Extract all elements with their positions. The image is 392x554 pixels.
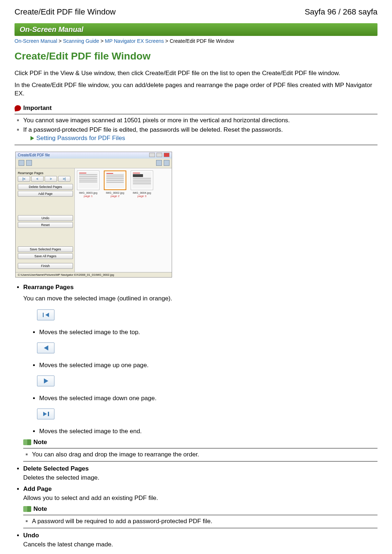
note-label: Note <box>33 505 47 513</box>
note-password: A password will be required to add a pas… <box>32 517 377 526</box>
note-heading: Note <box>23 439 377 446</box>
thumbnail-3[interactable]: IMG_0004.jpg page 3 <box>131 171 153 198</box>
add-desc: Allows you to select and add an existing… <box>23 494 377 502</box>
window-title: Create/Edit PDF file <box>18 153 50 157</box>
add-title: Add Page <box>23 485 52 492</box>
undo-desc: Cancels the latest change made. <box>23 541 377 549</box>
page-header: Create/Edit PDF file Window Sayfa 96 / 2… <box>15 7 377 17</box>
header-right: Sayfa 96 / 268 sayfa <box>305 7 377 17</box>
breadcrumb: On-Screen Manual > Scanning Guide > MP N… <box>15 38 377 44</box>
window-buttons <box>149 153 170 158</box>
important-item-1: You cannot save images scanned at 10501 … <box>23 116 377 125</box>
nav-next-button[interactable]: > <box>45 176 57 182</box>
window-titlebar: Create/Edit PDF file <box>16 152 172 159</box>
maximize-icon[interactable] <box>156 153 162 157</box>
close-icon[interactable] <box>164 153 170 157</box>
move-up-desc: Moves the selected image up one page. <box>39 362 377 369</box>
toolbar-icon-2[interactable] <box>26 160 32 166</box>
note-label: Note <box>33 439 47 446</box>
save-selected-button[interactable]: Save Selected Pages <box>18 246 73 252</box>
delete-desc: Deletes the selected image. <box>23 474 377 482</box>
divider <box>23 528 377 528</box>
delete-title: Delete Selected Pages <box>23 465 89 472</box>
important-item-2: If a password-protected PDF file is edit… <box>23 126 377 143</box>
intro-paragraph-1: Click PDF in the View & Use window, then… <box>15 69 377 78</box>
view-thumb-icon[interactable] <box>156 160 162 166</box>
note-icon <box>23 506 31 512</box>
move-top-icon <box>37 309 54 320</box>
important-list: You cannot save images scanned at 10501 … <box>15 116 377 143</box>
move-down-desc: Moves the selected image down one page. <box>39 395 377 402</box>
left-panel: Rearrange Pages |< < > >| Delete Selecte… <box>16 168 75 272</box>
move-up-icon <box>37 342 54 353</box>
move-end-icon <box>37 409 54 419</box>
divider <box>15 114 377 114</box>
arrow-right-icon <box>30 136 34 140</box>
thumbnail-panel: IMG_0003.jpg page 1 IMG_0002.jpg page 2 … <box>75 168 172 272</box>
thumb2-filename: IMG_0002.jpg <box>104 191 126 194</box>
move-down-icon <box>37 376 54 386</box>
undo-title: Undo <box>23 532 39 539</box>
thumb2-pagename: page 2 <box>104 194 126 198</box>
rearrange-label: Rearrange Pages <box>18 171 72 175</box>
delete-pages-button[interactable]: Delete Selected Pages <box>18 184 73 190</box>
move-top-desc: Moves the selected image to the top. <box>39 329 377 336</box>
thumb3-pagename: page 3 <box>131 194 153 198</box>
status-bar: C:\Users\UserName\Pictures\MP Navigator … <box>16 272 172 277</box>
view-detail-icon[interactable] <box>164 160 170 166</box>
thumbnail-2[interactable]: IMG_0002.jpg page 2 <box>104 171 126 198</box>
thumbnail-1[interactable]: IMG_0003.jpg page 1 <box>77 171 99 198</box>
nav-last-button[interactable]: >| <box>58 176 70 182</box>
page-title: Create/Edit PDF file Window <box>15 50 377 62</box>
minimize-icon[interactable] <box>149 153 155 157</box>
speech-bubble-icon <box>14 105 21 111</box>
intro-paragraph-2: In the Create/Edit PDF file window, you … <box>15 81 377 98</box>
breadcrumb-link-1[interactable]: On-Screen Manual <box>15 38 57 44</box>
note-drag: You can also drag and drop the image to … <box>32 451 377 459</box>
reset-button[interactable]: Reset <box>18 222 73 228</box>
finish-button[interactable]: Finish <box>18 263 73 269</box>
important-heading: Important <box>15 104 377 112</box>
important-label: Important <box>23 104 52 112</box>
header-left: Create/Edit PDF file Window <box>15 7 116 17</box>
setting-passwords-link[interactable]: Setting Passwords for PDF Files <box>30 134 377 143</box>
divider <box>23 461 377 461</box>
note-icon <box>23 439 31 445</box>
toolbar <box>16 159 172 168</box>
nav-prev-button[interactable]: < <box>31 176 44 182</box>
save-all-button[interactable]: Save All Pages <box>18 253 73 259</box>
feature-list: Rearrange Pages You can move the selecte… <box>15 284 377 549</box>
move-end-desc: Moves the selected image to the end. <box>39 428 377 435</box>
thumb1-pagename: page 1 <box>77 194 99 198</box>
divider <box>15 145 377 145</box>
add-page-button[interactable]: Add Page <box>18 191 73 197</box>
divider <box>23 515 377 515</box>
rearrange-desc: You can move the selected image (outline… <box>23 295 377 303</box>
toolbar-icon-1[interactable] <box>19 160 24 166</box>
thumb1-filename: IMG_0003.jpg <box>77 191 99 194</box>
thumb3-filename: IMG_0004.jpg <box>131 191 153 194</box>
manual-banner: On-Screen Manual <box>15 23 377 36</box>
breadcrumb-current: Create/Edit PDF file Window <box>170 38 234 44</box>
app-screenshot: Create/Edit PDF file Rearrange Pages |< … <box>15 152 172 278</box>
divider <box>23 448 377 448</box>
note-heading-2: Note <box>23 505 377 513</box>
undo-button[interactable]: Undo <box>18 215 73 221</box>
rearrange-title: Rearrange Pages <box>23 284 74 291</box>
breadcrumb-link-3[interactable]: MP Navigator EX Screens <box>105 38 164 44</box>
nav-first-button[interactable]: |< <box>18 176 30 182</box>
breadcrumb-link-2[interactable]: Scanning Guide <box>63 38 99 44</box>
